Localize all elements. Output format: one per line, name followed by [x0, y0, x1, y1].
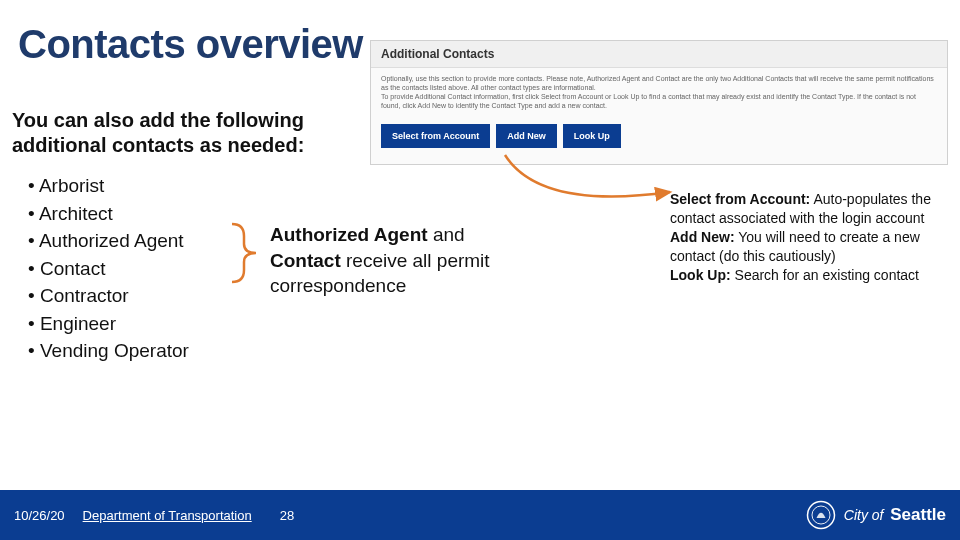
screenshot-header: Additional Contacts — [371, 41, 947, 68]
bracket-bold-1: Authorized Agent — [270, 224, 428, 245]
city-logo: City of Seattle — [806, 500, 946, 530]
footer-page-number: 28 — [280, 508, 294, 523]
bracket-annotation: Authorized Agent and Contact receive all… — [270, 222, 500, 299]
add-new-button[interactable]: Add New — [496, 124, 557, 148]
list-item: Vending Operator — [28, 337, 248, 365]
bracket-icon — [230, 222, 268, 284]
list-item: Architect — [28, 200, 248, 228]
list-item: Arborist — [28, 172, 248, 200]
screenshot-instructions: Optionally, use this section to provide … — [371, 68, 947, 116]
list-item: Authorized Agent — [28, 227, 248, 255]
footer-date: 10/26/20 — [14, 508, 65, 523]
contact-type-list: Arborist Architect Authorized Agent Cont… — [28, 172, 248, 365]
desc-look-up: Look Up: Search for an existing contact — [670, 266, 950, 285]
embedded-screenshot: Additional Contacts Optionally, use this… — [370, 40, 948, 165]
look-up-button[interactable]: Look Up — [563, 124, 621, 148]
list-item: Engineer — [28, 310, 248, 338]
footer-department: Department of Transportation — [83, 508, 252, 523]
intro-text: You can also add the following additiona… — [12, 108, 352, 158]
slide-title: Contacts overview — [18, 22, 363, 67]
seal-icon — [806, 500, 836, 530]
button-descriptions: Select from Account: Auto-populates the … — [670, 190, 950, 284]
arrow-icon — [500, 150, 680, 204]
list-item: Contractor — [28, 282, 248, 310]
slide-footer: 10/26/20 Department of Transportation 28… — [0, 490, 960, 540]
select-from-account-button[interactable]: Select from Account — [381, 124, 490, 148]
desc-select-from-account: Select from Account: Auto-populates the … — [670, 190, 950, 228]
desc-add-new: Add New: You will need to create a new c… — [670, 228, 950, 266]
list-item: Contact — [28, 255, 248, 283]
bracket-bold-2: Contact — [270, 250, 341, 271]
